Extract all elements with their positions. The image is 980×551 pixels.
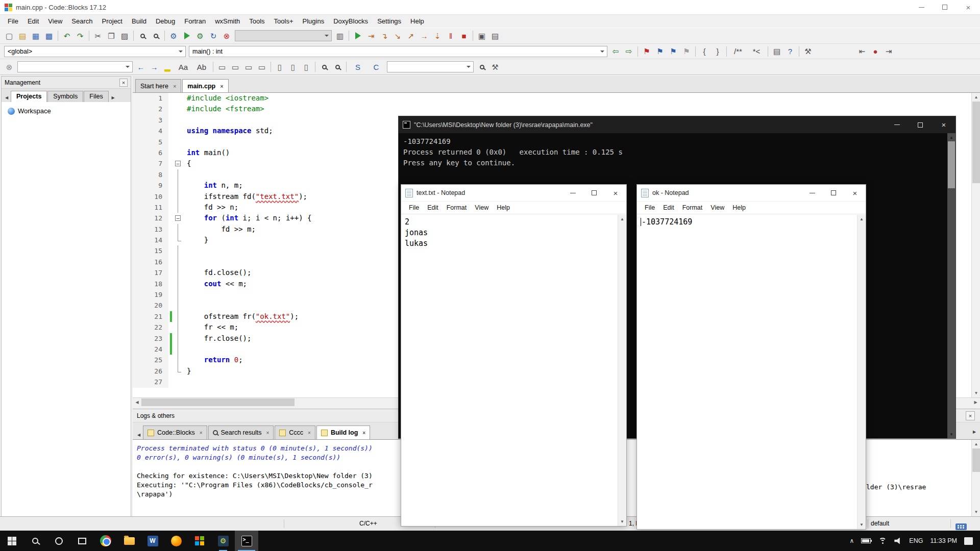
editor-tab-main-cpp[interactable]: main.cpp× [182, 79, 228, 92]
notepad-text-area[interactable]: 2jonaslukas ▲ ▼ [401, 215, 626, 526]
menu-fortran[interactable]: Fortran [180, 16, 210, 27]
scroll-down-icon[interactable]: ▼ [947, 430, 955, 438]
cortana-icon[interactable] [47, 531, 70, 551]
logs-vertical-scrollbar[interactable]: ▲ ▼ [971, 440, 980, 516]
menu-format[interactable]: Format [443, 203, 471, 213]
menu-edit[interactable]: Edit [423, 203, 443, 213]
undo-icon[interactable]: ↶ [60, 30, 74, 42]
show-compile-window-icon[interactable]: ▥ [333, 30, 347, 42]
scroll-down-icon[interactable]: ▼ [972, 389, 980, 397]
console-scrollbar[interactable]: ▲ ▼ [947, 133, 955, 438]
doxy-block-comment-icon[interactable]: /** [729, 45, 747, 58]
console-task-icon[interactable]: >_ [235, 531, 258, 551]
frame-option4-icon[interactable]: ▭ [255, 61, 268, 73]
management-tab-files[interactable]: Files [84, 91, 108, 102]
box-option2-icon[interactable]: ▯ [286, 61, 300, 73]
search-prev-icon[interactable]: ← [134, 61, 148, 73]
close-button[interactable]: × [844, 185, 866, 201]
codeblocks-icon[interactable]: ⚙ [211, 531, 235, 551]
minimize-button[interactable] [801, 185, 823, 201]
menu-build[interactable]: Build [127, 16, 151, 27]
close-button[interactable]: × [932, 116, 955, 133]
find-icon[interactable] [136, 30, 149, 42]
run-icon[interactable] [180, 30, 193, 42]
debugging-windows-icon[interactable]: ▣ [475, 30, 488, 42]
doxy-help-icon[interactable]: ? [783, 45, 797, 58]
menu-help[interactable]: Help [406, 16, 429, 27]
build-and-run-icon[interactable]: ⚙ [193, 30, 207, 42]
stop-debugger-icon[interactable]: ■ [457, 30, 471, 42]
rebuild-icon[interactable]: ↻ [207, 30, 220, 42]
next-line-icon[interactable]: ↴ [378, 30, 391, 42]
menu-file[interactable]: File [641, 203, 659, 213]
box-option1-icon[interactable]: ▯ [273, 61, 286, 73]
scroll-up-icon[interactable]: ▲ [972, 440, 980, 448]
block-end-icon[interactable]: } [711, 45, 724, 58]
save-all-icon[interactable]: ▩ [42, 30, 56, 42]
zoom-in-icon[interactable] [317, 61, 331, 73]
thread-search-combo[interactable] [387, 61, 474, 72]
fold-margin[interactable]: – [174, 158, 183, 169]
tab-close-icon[interactable]: × [308, 430, 311, 436]
scroll-up-icon[interactable]: ▲ [857, 215, 866, 223]
match-word-icon[interactable]: Ab [192, 61, 211, 73]
chrome-icon[interactable] [94, 531, 117, 551]
build-target-combo[interactable] [235, 30, 332, 41]
tabs-scroll-right-icon[interactable]: ▶ [109, 93, 117, 102]
jump-forward-icon[interactable]: ⇥ [882, 45, 895, 58]
language-indicator[interactable]: ENG [909, 537, 923, 544]
match-case-icon[interactable]: Aa [174, 61, 192, 73]
word-icon[interactable]: W [141, 531, 164, 551]
code-line[interactable]: 2#include <fstream> [133, 104, 980, 114]
tabs-scroll-left-icon[interactable]: ◀ [3, 93, 11, 102]
network-icon[interactable] [878, 538, 887, 544]
redo-icon[interactable]: ↷ [74, 30, 87, 42]
prev-bookmark-icon[interactable]: ⚑ [653, 45, 667, 58]
cut-icon[interactable]: ✂ [91, 30, 105, 42]
maximize-button[interactable] [583, 185, 605, 201]
goto-back-icon[interactable]: ⇦ [609, 45, 622, 58]
minimize-button[interactable] [910, 0, 933, 14]
file-explorer-icon[interactable] [117, 531, 141, 551]
search-icon[interactable] [23, 531, 47, 551]
scrollbar-thumb[interactable] [972, 102, 980, 183]
menu-project[interactable]: Project [97, 16, 127, 27]
action-center-icon[interactable] [964, 537, 973, 545]
goto-forward-icon[interactable]: ⇨ [622, 45, 635, 58]
thread-search-icon[interactable] [475, 61, 488, 73]
scroll-up-icon[interactable]: ▲ [947, 133, 955, 141]
menu-plugins[interactable]: Plugins [298, 16, 329, 27]
battery-icon[interactable] [861, 538, 871, 543]
clear-bookmarks-icon[interactable]: ⚑ [680, 45, 693, 58]
paste-icon[interactable]: ▨ [118, 30, 131, 42]
scroll-down-icon[interactable]: ▼ [618, 517, 626, 526]
notepad-vertical-scrollbar[interactable]: ▲ ▼ [618, 215, 626, 526]
hidden-icons-button[interactable]: ∧ [850, 537, 854, 544]
menu-file[interactable]: File [3, 16, 23, 27]
menu-help[interactable]: Help [493, 203, 514, 213]
tab-close-icon[interactable]: × [220, 83, 223, 89]
maximize-button[interactable] [823, 185, 844, 201]
zoom-out-icon[interactable] [331, 61, 344, 73]
highlight-occurrences-icon[interactable]: ▂ [161, 61, 174, 73]
tab-close-icon[interactable]: × [173, 83, 176, 89]
scrollbar-thumb[interactable] [141, 398, 295, 406]
menu-help[interactable]: Help [728, 203, 750, 213]
menu-view[interactable]: View [706, 203, 728, 213]
search-next-icon[interactable]: → [148, 61, 161, 73]
menu-search[interactable]: Search [67, 16, 97, 27]
new-file-icon[interactable]: ▢ [3, 30, 16, 42]
workspace-item[interactable]: Workspace [2, 102, 131, 115]
menu-settings[interactable]: Settings [373, 16, 406, 27]
box-option3-icon[interactable]: ▯ [300, 61, 313, 73]
jump-back-icon[interactable]: ⇤ [855, 45, 869, 58]
notepad-titlebar[interactable]: text.txt - Notepad × [401, 185, 626, 202]
step-out-icon[interactable]: ↗ [404, 30, 418, 42]
break-debugger-icon[interactable]: ‖ [444, 30, 457, 42]
menu-wxsmith[interactable]: wxSmith [210, 16, 244, 27]
next-bookmark-icon[interactable]: ⚑ [667, 45, 680, 58]
scroll-up-icon[interactable]: ▲ [618, 215, 626, 223]
doxy-config-icon[interactable]: ⚒ [801, 45, 815, 58]
abort-icon[interactable]: ⊗ [220, 30, 233, 42]
log-tab-code-blocks[interactable]: Code::Blocks× [143, 425, 207, 439]
